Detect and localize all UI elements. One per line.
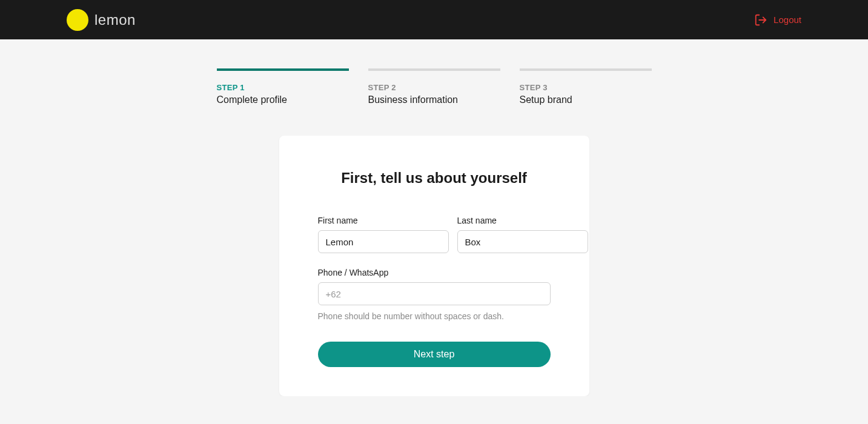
step-2-title: Business information [368,94,500,105]
phone-group: Phone / WhatsApp Phone should be number … [318,268,551,321]
last-name-label: Last name [457,216,588,225]
logout-button[interactable]: Logout [754,13,801,27]
last-name-group: Last name [457,216,588,253]
name-row: First name Last name [318,216,551,253]
step-1: STEP 1 Complete profile [217,68,349,105]
first-name-group: First name [318,216,449,253]
phone-hint: Phone should be number without spaces or… [318,311,551,321]
step-3-title: Setup brand [520,94,652,105]
phone-section: Phone / WhatsApp Phone should be number … [318,268,551,321]
step-1-label: STEP 1 [217,83,349,92]
progress-steps: STEP 1 Complete profile STEP 2 Business … [0,68,868,105]
form-heading: First, tell us about yourself [318,170,551,187]
brand-name: lemon [94,12,136,28]
logout-icon [754,13,767,27]
phone-input[interactable] [318,282,551,305]
step-1-bar [217,68,349,71]
phone-label: Phone / WhatsApp [318,268,551,277]
next-step-button[interactable]: Next step [318,342,551,367]
lemon-logo-icon [67,9,88,31]
last-name-input[interactable] [457,230,588,253]
step-1-title: Complete profile [217,94,349,105]
first-name-input[interactable] [318,230,449,253]
profile-form-card: First, tell us about yourself First name… [279,136,589,396]
brand-logo[interactable]: lemon [67,9,136,31]
step-3: STEP 3 Setup brand [520,68,652,105]
step-2: STEP 2 Business information [368,68,500,105]
step-3-label: STEP 3 [520,83,652,92]
step-2-bar [368,68,500,71]
first-name-label: First name [318,216,449,225]
app-header: lemon Logout [0,0,868,39]
step-2-label: STEP 2 [368,83,500,92]
logout-label: Logout [774,15,801,25]
step-3-bar [520,68,652,71]
